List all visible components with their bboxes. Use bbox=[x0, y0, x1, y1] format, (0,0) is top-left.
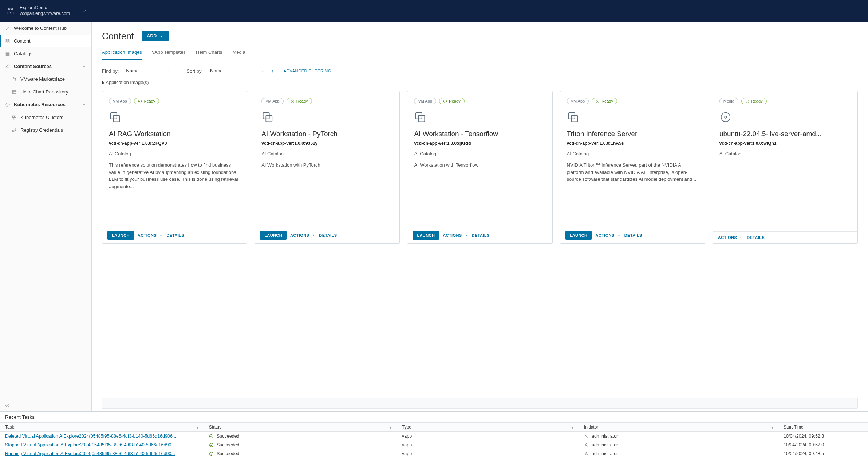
sidebar-item-marketplace[interactable]: VMware Marketplace bbox=[0, 73, 91, 85]
card-title: AI RAG Workstation bbox=[109, 130, 240, 138]
tab-media[interactable]: Media bbox=[232, 49, 245, 60]
sidebar-label: Registry Credentials bbox=[20, 127, 63, 133]
check-circle-icon bbox=[443, 99, 447, 103]
details-link[interactable]: DETAILS bbox=[166, 233, 184, 238]
svg-point-16 bbox=[138, 100, 141, 103]
sort-direction-asc[interactable]: ↑ bbox=[271, 68, 273, 73]
launch-button[interactable]: LAUNCH bbox=[107, 231, 134, 240]
recent-tasks-panel: Recent Tasks Task▾ Status▾ Type▾ Initiat… bbox=[0, 411, 868, 458]
svg-point-0 bbox=[8, 8, 10, 10]
sidebar-group-label: Kubernetes Resources bbox=[14, 102, 66, 107]
col-start[interactable]: Start Time bbox=[778, 423, 868, 432]
col-type[interactable]: Type▾ bbox=[397, 423, 579, 432]
type-cell: vapp bbox=[397, 441, 579, 449]
svg-rect-8 bbox=[6, 53, 9, 54]
tab-helm-charts[interactable]: Helm Charts bbox=[196, 49, 222, 60]
filter-icon[interactable]: ▾ bbox=[197, 425, 199, 430]
sidebar-label: Helm Chart Repository bbox=[20, 89, 68, 95]
launch-button[interactable]: LAUNCH bbox=[260, 231, 287, 240]
type-badge: VM App bbox=[261, 98, 284, 104]
task-link[interactable]: Running Virtual Application AIExplore202… bbox=[5, 451, 175, 456]
main: Content ADD Application Images vApp Temp… bbox=[92, 22, 868, 411]
details-link[interactable]: DETAILS bbox=[319, 233, 337, 238]
repo-icon bbox=[12, 89, 17, 95]
filter-icon[interactable]: ▾ bbox=[572, 425, 574, 430]
sidebar-item-content[interactable]: Content bbox=[0, 35, 91, 47]
actions-dropdown[interactable]: ACTIONS bbox=[595, 233, 620, 238]
details-link[interactable]: DETAILS bbox=[624, 233, 642, 238]
advanced-filtering-link[interactable]: ADVANCED FILTERING bbox=[284, 69, 331, 73]
launch-button[interactable]: LAUNCH bbox=[565, 231, 592, 240]
actions-dropdown[interactable]: ACTIONS bbox=[138, 233, 163, 238]
start-cell: 10/04/2024, 09:48:5 bbox=[778, 449, 868, 458]
status-badge: Ready bbox=[592, 98, 617, 104]
find-by-select[interactable]: Name bbox=[124, 67, 171, 75]
add-label: ADD bbox=[147, 33, 157, 39]
actions-dropdown[interactable]: ACTIONS bbox=[443, 233, 468, 238]
status-badge: Ready bbox=[741, 98, 767, 104]
sidebar-group-k8s[interactable]: Kubernetes Resources bbox=[0, 98, 91, 111]
col-initiator[interactable]: Initiator▾ bbox=[579, 423, 778, 432]
svg-point-32 bbox=[586, 435, 587, 436]
type-cell: vapp bbox=[397, 432, 579, 441]
actions-dropdown[interactable]: ACTIONS bbox=[290, 233, 315, 238]
sort-by-value: Name bbox=[210, 68, 223, 73]
tab-vapp-templates[interactable]: vApp Templates bbox=[152, 49, 186, 60]
tabs: Application Images vApp Templates Helm C… bbox=[102, 49, 858, 60]
org-icon bbox=[7, 7, 15, 15]
sidebar-item-catalogs[interactable]: Catalogs bbox=[0, 47, 91, 60]
svg-rect-12 bbox=[12, 116, 14, 117]
sidebar-item-registry-creds[interactable]: Registry Credentials bbox=[0, 124, 91, 136]
type-badge: VM App bbox=[109, 98, 131, 104]
filter-icon[interactable]: ▾ bbox=[771, 425, 773, 430]
chevron-down-icon[interactable] bbox=[82, 8, 87, 13]
details-link[interactable]: DETAILS bbox=[472, 233, 490, 238]
vmapp-icon bbox=[109, 111, 121, 123]
sort-by-label: Sort by: bbox=[186, 68, 203, 74]
tab-app-images[interactable]: Application Images bbox=[102, 49, 142, 60]
start-cell: 10/04/2024, 09:52:0 bbox=[778, 441, 868, 449]
sidebar-item-welcome[interactable]: Welcome to Content Hub bbox=[0, 22, 91, 35]
actions-dropdown[interactable]: ACTIONS bbox=[718, 235, 743, 240]
type-badge: VM App bbox=[567, 98, 589, 104]
svg-rect-5 bbox=[6, 41, 7, 43]
details-link[interactable]: DETAILS bbox=[747, 235, 765, 240]
col-status[interactable]: Status▾ bbox=[204, 423, 397, 432]
svg-point-1 bbox=[11, 8, 13, 10]
sort-by-select[interactable]: Name bbox=[208, 67, 266, 75]
check-circle-icon bbox=[745, 99, 749, 103]
svg-rect-13 bbox=[15, 116, 16, 117]
add-button[interactable]: ADD bbox=[142, 31, 169, 41]
card-title: AI Workstation - Tensorflow bbox=[414, 130, 545, 138]
pagination-bar[interactable] bbox=[102, 398, 858, 409]
result-count: 5 Application Image(s) bbox=[102, 80, 858, 85]
sidebar-collapse[interactable] bbox=[0, 400, 91, 411]
chevron-down-icon bbox=[465, 234, 468, 237]
card-title: AI Workstation - PyTorch bbox=[261, 130, 393, 138]
card-version: vcd-ch-app-ver:1.0.0:ZFQV0 bbox=[109, 141, 240, 146]
task-link[interactable]: Stopped Virtual Application AIExplore202… bbox=[5, 442, 175, 447]
check-circle-icon bbox=[291, 99, 295, 103]
app-card: VM App Ready AI RAG Workstation vcd-ch-a… bbox=[102, 91, 247, 244]
topbar-context[interactable]: ExploreDemo vcdpaif.eng.vmware.com bbox=[20, 5, 70, 16]
sidebar-label: Catalogs bbox=[14, 51, 32, 56]
svg-point-28 bbox=[746, 100, 749, 103]
task-link[interactable]: Deleted Virtual Application AIExplore202… bbox=[5, 434, 176, 439]
sidebar-label: Content bbox=[14, 38, 31, 44]
sidebar-item-k8s-clusters[interactable]: Kubernetes Clusters bbox=[0, 111, 91, 124]
sidebar-item-helm-repo[interactable]: Helm Chart Repository bbox=[0, 85, 91, 98]
tab-label: Media bbox=[232, 49, 245, 55]
chevron-down-icon bbox=[159, 234, 163, 237]
status-text: Succeeded bbox=[217, 434, 240, 439]
chevron-down-icon bbox=[260, 69, 264, 73]
col-task[interactable]: Task▾ bbox=[0, 423, 204, 432]
type-cell: vapp bbox=[397, 449, 579, 458]
svg-point-35 bbox=[210, 452, 213, 455]
launch-button[interactable]: LAUNCH bbox=[413, 231, 439, 240]
filter-icon[interactable]: ▾ bbox=[390, 425, 392, 430]
sidebar-group-sources[interactable]: Content Sources bbox=[0, 60, 91, 73]
svg-rect-14 bbox=[13, 118, 15, 119]
svg-rect-6 bbox=[8, 41, 9, 43]
svg-rect-7 bbox=[6, 52, 9, 53]
status-badge: Ready bbox=[439, 98, 465, 104]
